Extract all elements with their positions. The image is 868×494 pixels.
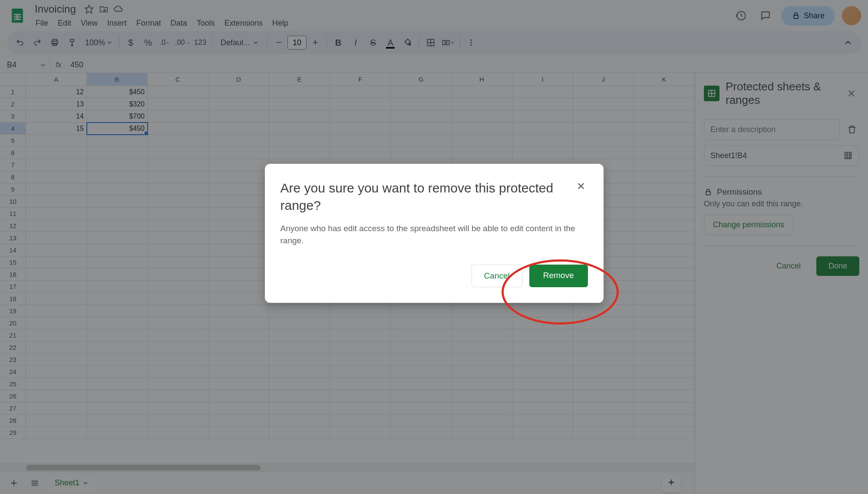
modal-remove-button[interactable]: Remove bbox=[529, 265, 588, 287]
confirm-remove-modal: Are you sure you want to remove this pro… bbox=[265, 164, 604, 303]
modal-cancel-button[interactable]: Cancel bbox=[472, 265, 522, 287]
modal-title: Are you sure you want to remove this pro… bbox=[281, 179, 567, 215]
modal-body: Anyone who has edit access to the spread… bbox=[281, 222, 588, 247]
modal-close-button[interactable]: ✕ bbox=[574, 179, 588, 193]
